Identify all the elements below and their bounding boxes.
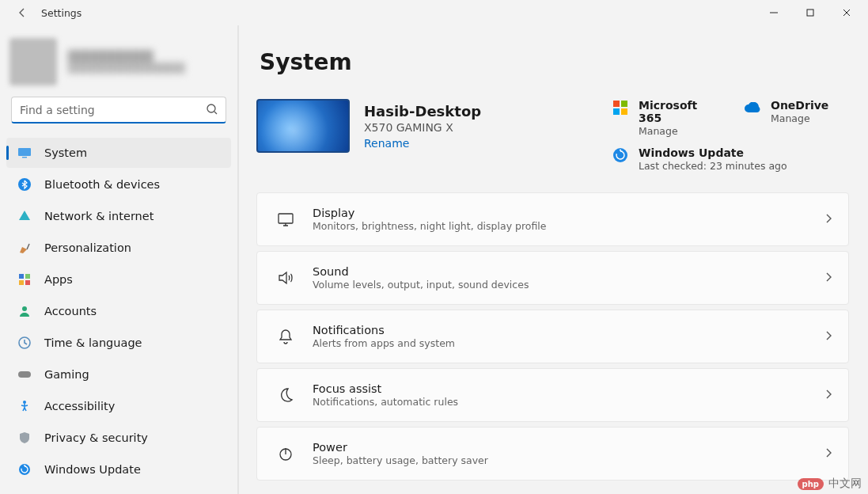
profile-email: ████████████████ <box>68 63 185 74</box>
card-title: Display <box>313 207 823 219</box>
cloud-sub: Last checked: 23 minutes ago <box>639 160 787 172</box>
svg-rect-17 <box>621 108 627 115</box>
avatar <box>9 38 57 86</box>
chevron-right-icon <box>823 271 834 286</box>
card-sub: Alerts from apps and system <box>313 337 823 349</box>
window-title: Settings <box>41 7 81 19</box>
back-button[interactable] <box>11 2 33 24</box>
sidebar-item-gaming[interactable]: Gaming <box>6 359 231 390</box>
clock-icon <box>17 336 32 349</box>
update-icon <box>17 463 32 476</box>
shield-icon <box>17 431 32 444</box>
sidebar-item-bluetooth[interactable]: Bluetooth & devices <box>6 169 231 200</box>
device-model: X570 GAMING X <box>364 121 481 134</box>
sidebar-item-privacy[interactable]: Privacy & security <box>6 423 231 453</box>
rename-link[interactable]: Rename <box>364 137 481 150</box>
cloud-link-onedrive[interactable]: OneDrive Manage <box>744 99 849 137</box>
cloud-title: OneDrive <box>771 99 828 112</box>
sidebar-item-label: Accessibility <box>44 400 115 412</box>
brush-icon <box>17 241 32 255</box>
chevron-right-icon <box>823 388 834 403</box>
watermark-badge: php <box>798 478 824 490</box>
sidebar-item-label: Windows Update <box>44 463 141 476</box>
close-icon <box>843 9 851 17</box>
card-title: Power <box>313 441 823 454</box>
sidebar-item-time[interactable]: Time & language <box>6 328 231 358</box>
card-title: Sound <box>313 265 823 278</box>
chevron-right-icon <box>823 446 834 462</box>
sidebar-item-label: Accounts <box>44 305 97 317</box>
cloud-link-update[interactable]: Windows Update Last checked: 23 minutes … <box>612 146 849 172</box>
cloud-sub: Manage <box>639 125 717 137</box>
svg-rect-5 <box>19 274 24 279</box>
sidebar-item-update[interactable]: Windows Update <box>6 454 231 484</box>
sidebar-item-personalization[interactable]: Personalization <box>6 233 231 263</box>
card-sub: Monitors, brightness, night light, displ… <box>313 220 823 232</box>
profile-block[interactable]: ██████████ ████████████████ <box>6 32 231 97</box>
chevron-right-icon <box>823 329 834 344</box>
svg-rect-15 <box>621 101 627 107</box>
monitor-icon <box>273 211 298 228</box>
moon-icon <box>273 386 298 404</box>
svg-rect-19 <box>279 214 293 223</box>
settings-card-power[interactable]: Power Sleep, battery usage, battery save… <box>256 427 849 481</box>
settings-card-sound[interactable]: Sound Volume levels, output, input, soun… <box>256 251 849 305</box>
bell-icon <box>273 328 298 345</box>
update-icon <box>612 146 629 164</box>
display-icon <box>17 146 32 160</box>
watermark-textances: 中文网 <box>828 477 862 491</box>
cloud-title: Microsoft 365 <box>639 99 717 124</box>
svg-rect-2 <box>18 148 31 156</box>
arrow-left-icon <box>16 6 28 19</box>
accessibility-icon <box>17 400 32 412</box>
maximize-icon <box>806 9 814 17</box>
device-thumbnail[interactable] <box>256 99 350 153</box>
onedrive-icon <box>744 99 761 116</box>
sidebar-item-label: Apps <box>44 273 73 286</box>
microsoft-icon <box>612 99 629 116</box>
svg-rect-0 <box>807 10 813 16</box>
settings-card-display[interactable]: Display Monitors, brightness, night ligh… <box>256 192 849 246</box>
sidebar-item-label: System <box>44 146 87 159</box>
card-title: Focus assist <box>313 382 823 395</box>
apps-icon <box>17 273 32 286</box>
speaker-icon <box>273 269 298 287</box>
settings-card-notifications[interactable]: Notifications Alerts from apps and syste… <box>256 310 849 363</box>
svg-rect-7 <box>19 280 24 285</box>
bluetooth-icon <box>17 178 32 191</box>
power-icon <box>273 445 298 462</box>
svg-rect-8 <box>25 280 30 285</box>
sidebar-item-system[interactable]: System <box>6 138 231 168</box>
sidebar-item-label: Personalization <box>44 241 131 254</box>
sidebar-item-label: Bluetooth & devices <box>44 178 160 191</box>
cloud-link-m365[interactable]: Microsoft 365 Manage <box>612 99 717 137</box>
svg-rect-14 <box>613 101 620 107</box>
chevron-right-icon <box>823 212 834 227</box>
person-icon <box>17 305 32 317</box>
watermark: php 中文网 <box>798 477 862 491</box>
sidebar-item-accounts[interactable]: Accounts <box>6 296 231 326</box>
svg-point-1 <box>207 104 215 112</box>
maximize-button[interactable] <box>792 0 828 25</box>
wifi-icon <box>17 209 32 223</box>
close-button[interactable] <box>828 0 865 25</box>
sidebar-item-network[interactable]: Network & internet <box>6 201 231 231</box>
svg-rect-6 <box>25 274 30 279</box>
sidebar-item-label: Time & language <box>44 336 142 349</box>
settings-card-focus[interactable]: Focus assist Notifications, automatic ru… <box>256 368 849 422</box>
svg-point-12 <box>23 401 26 404</box>
sidebar-item-apps[interactable]: Apps <box>6 264 231 294</box>
svg-rect-16 <box>613 108 620 115</box>
sidebar-nav: System Bluetooth & devices Network & int… <box>6 138 231 484</box>
sidebar-item-label: Privacy & security <box>44 431 148 444</box>
card-sub: Volume levels, output, input, sound devi… <box>313 279 823 291</box>
page-title: System <box>260 49 849 75</box>
device-name: Hasib-Desktop <box>364 103 481 120</box>
svg-point-9 <box>22 306 27 311</box>
minimize-button[interactable] <box>756 0 792 25</box>
sidebar-item-label: Network & internet <box>44 210 154 222</box>
card-sub: Sleep, battery usage, battery saver <box>313 454 823 466</box>
search-input[interactable] <box>11 97 226 124</box>
svg-rect-3 <box>22 157 27 158</box>
sidebar-item-accessibility[interactable]: Accessibility <box>6 391 231 421</box>
